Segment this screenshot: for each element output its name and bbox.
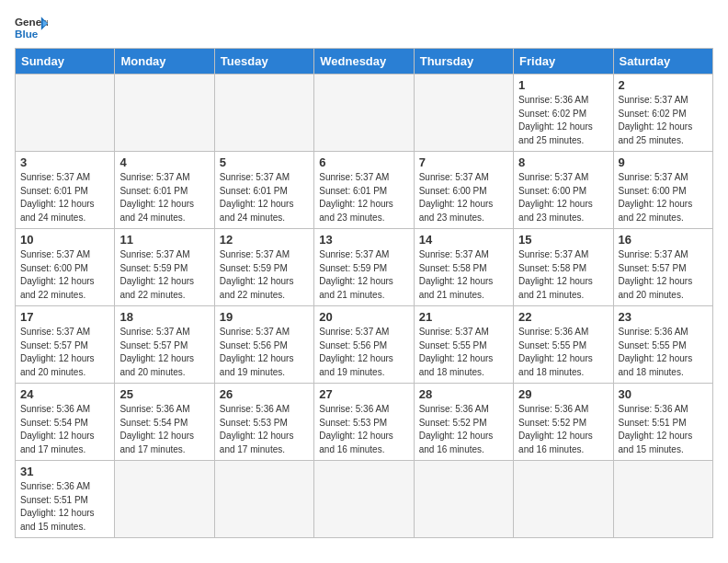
calendar-cell [115,461,214,538]
calendar-cell: 22Sunrise: 5:36 AM Sunset: 5:55 PM Dayli… [514,306,613,384]
calendar-cell [115,75,214,152]
day-info: Sunrise: 5:36 AM Sunset: 6:02 PM Dayligh… [518,94,608,147]
calendar-cell: 19Sunrise: 5:37 AM Sunset: 5:56 PM Dayli… [214,306,313,384]
calendar-header-row: SundayMondayTuesdayWednesdayThursdayFrid… [16,49,713,75]
calendar-cell: 12Sunrise: 5:37 AM Sunset: 5:59 PM Dayli… [214,229,313,306]
day-info: Sunrise: 5:36 AM Sunset: 5:51 PM Dayligh… [619,403,708,456]
calendar-cell: 13Sunrise: 5:37 AM Sunset: 5:59 PM Dayli… [314,229,414,306]
calendar-cell: 4Sunrise: 5:37 AM Sunset: 6:01 PM Daylig… [115,152,214,229]
day-info: Sunrise: 5:36 AM Sunset: 5:53 PM Dayligh… [319,403,408,456]
calendar-cell: 20Sunrise: 5:37 AM Sunset: 5:56 PM Dayli… [314,306,414,384]
day-number: 13 [319,233,408,247]
day-info: Sunrise: 5:37 AM Sunset: 6:01 PM Dayligh… [20,171,109,224]
calendar-cell: 11Sunrise: 5:37 AM Sunset: 5:59 PM Dayli… [115,229,214,306]
calendar-cell: 17Sunrise: 5:37 AM Sunset: 5:57 PM Dayli… [16,306,115,384]
day-number: 27 [319,387,408,401]
calendar-cell: 6Sunrise: 5:37 AM Sunset: 6:01 PM Daylig… [314,152,414,229]
day-number: 18 [119,310,209,324]
day-info: Sunrise: 5:37 AM Sunset: 5:57 PM Dayligh… [119,326,209,379]
day-info: Sunrise: 5:37 AM Sunset: 6:00 PM Dayligh… [20,248,109,302]
day-number: 1 [518,78,608,92]
day-number: 6 [319,155,408,169]
calendar-cell: 31Sunrise: 5:36 AM Sunset: 5:51 PM Dayli… [16,461,115,538]
calendar-table: SundayMondayTuesdayWednesdayThursdayFrid… [15,48,713,538]
day-info: Sunrise: 5:36 AM Sunset: 5:52 PM Dayligh… [518,403,608,456]
calendar-cell: 26Sunrise: 5:36 AM Sunset: 5:53 PM Dayli… [214,384,313,461]
calendar-cell: 14Sunrise: 5:37 AM Sunset: 5:58 PM Dayli… [414,229,513,306]
day-number: 15 [518,233,608,247]
day-info: Sunrise: 5:37 AM Sunset: 6:00 PM Dayligh… [419,171,508,224]
calendar-cell [314,75,414,152]
calendar-week-row: 3Sunrise: 5:37 AM Sunset: 6:01 PM Daylig… [16,152,713,229]
day-info: Sunrise: 5:36 AM Sunset: 5:52 PM Dayligh… [419,403,508,456]
day-number: 3 [20,155,109,169]
day-info: Sunrise: 5:37 AM Sunset: 6:01 PM Dayligh… [119,171,209,224]
svg-text:Blue: Blue [15,28,39,40]
calendar-cell [314,461,414,538]
day-number: 28 [419,387,508,401]
day-number: 24 [20,387,109,401]
day-number: 19 [220,310,309,324]
calendar-cell [414,461,513,538]
day-info: Sunrise: 5:36 AM Sunset: 5:53 PM Dayligh… [220,403,309,456]
calendar-cell: 15Sunrise: 5:37 AM Sunset: 5:58 PM Dayli… [514,229,613,306]
day-info: Sunrise: 5:37 AM Sunset: 6:00 PM Dayligh… [518,171,608,224]
day-number: 23 [619,310,708,324]
calendar-cell: 25Sunrise: 5:36 AM Sunset: 5:54 PM Dayli… [115,384,214,461]
calendar-header-monday: Monday [115,49,214,75]
day-info: Sunrise: 5:36 AM Sunset: 5:55 PM Dayligh… [518,326,608,379]
calendar-cell: 23Sunrise: 5:36 AM Sunset: 5:55 PM Dayli… [613,306,712,384]
day-number: 31 [20,465,109,478]
calendar-cell [514,461,613,538]
calendar-cell: 10Sunrise: 5:37 AM Sunset: 6:00 PM Dayli… [16,229,115,306]
day-number: 25 [119,387,209,401]
calendar-header-wednesday: Wednesday [314,49,414,75]
calendar-cell: 29Sunrise: 5:36 AM Sunset: 5:52 PM Dayli… [514,384,613,461]
day-number: 9 [619,155,708,169]
day-number: 17 [20,310,109,324]
calendar-cell: 8Sunrise: 5:37 AM Sunset: 6:00 PM Daylig… [514,152,613,229]
calendar-cell [16,75,115,152]
day-info: Sunrise: 5:37 AM Sunset: 5:58 PM Dayligh… [419,248,508,302]
day-number: 22 [518,310,608,324]
day-number: 5 [220,155,309,169]
day-info: Sunrise: 5:37 AM Sunset: 5:59 PM Dayligh… [220,248,309,302]
calendar-cell [613,461,712,538]
calendar-header-saturday: Saturday [613,49,712,75]
day-info: Sunrise: 5:36 AM Sunset: 5:51 PM Dayligh… [20,480,109,534]
calendar-cell [414,75,513,152]
calendar-cell: 28Sunrise: 5:36 AM Sunset: 5:52 PM Dayli… [414,384,513,461]
logo: General Blue [15,15,48,40]
day-info: Sunrise: 5:37 AM Sunset: 6:01 PM Dayligh… [319,171,408,224]
day-number: 8 [518,155,608,169]
calendar-cell [214,75,313,152]
day-number: 20 [319,310,408,324]
day-info: Sunrise: 5:36 AM Sunset: 5:54 PM Dayligh… [119,403,209,456]
calendar-header-tuesday: Tuesday [214,49,313,75]
day-info: Sunrise: 5:37 AM Sunset: 6:02 PM Dayligh… [619,94,708,147]
day-info: Sunrise: 5:37 AM Sunset: 5:58 PM Dayligh… [518,248,608,302]
day-number: 7 [419,155,508,169]
day-info: Sunrise: 5:36 AM Sunset: 5:54 PM Dayligh… [20,403,109,456]
day-number: 12 [220,233,309,247]
day-number: 11 [119,233,209,247]
day-number: 4 [119,155,209,169]
calendar-cell: 24Sunrise: 5:36 AM Sunset: 5:54 PM Dayli… [16,384,115,461]
calendar-cell: 3Sunrise: 5:37 AM Sunset: 6:01 PM Daylig… [16,152,115,229]
day-number: 26 [220,387,309,401]
calendar-header-thursday: Thursday [414,49,513,75]
day-number: 10 [20,233,109,247]
calendar-week-row: 17Sunrise: 5:37 AM Sunset: 5:57 PM Dayli… [16,306,713,384]
title-area [48,15,713,17]
calendar-cell: 2Sunrise: 5:37 AM Sunset: 6:02 PM Daylig… [613,75,712,152]
header: General Blue [15,15,713,40]
calendar-cell: 5Sunrise: 5:37 AM Sunset: 6:01 PM Daylig… [214,152,313,229]
calendar-cell: 7Sunrise: 5:37 AM Sunset: 6:00 PM Daylig… [414,152,513,229]
day-info: Sunrise: 5:37 AM Sunset: 5:56 PM Dayligh… [220,326,309,379]
calendar-cell: 18Sunrise: 5:37 AM Sunset: 5:57 PM Dayli… [115,306,214,384]
day-info: Sunrise: 5:37 AM Sunset: 5:59 PM Dayligh… [319,248,408,302]
calendar-week-row: 24Sunrise: 5:36 AM Sunset: 5:54 PM Dayli… [16,384,713,461]
calendar-header-friday: Friday [514,49,613,75]
day-number: 2 [619,78,708,92]
day-info: Sunrise: 5:37 AM Sunset: 6:00 PM Dayligh… [619,171,708,224]
